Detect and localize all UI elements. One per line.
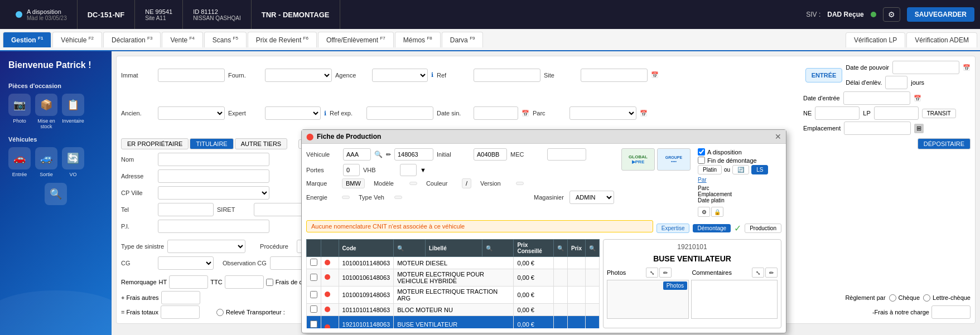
ne-form-input[interactable] (815, 106, 860, 120)
sidebar-item-sortie[interactable]: 🚙 Sortie (35, 147, 57, 177)
ref-input[interactable] (474, 69, 540, 82)
table-row[interactable]: 10100101148063 MOTEUR DIESEL 0,00 € (307, 257, 600, 269)
col-search-code[interactable]: 🔍 (394, 240, 426, 257)
immat-fiche-input[interactable] (394, 148, 433, 161)
col-search-libelle[interactable]: 🔍 (482, 240, 514, 257)
sidebar-item-mise-en-stock[interactable]: 📦 Mise enstock (35, 94, 57, 129)
table-row[interactable]: 10100109148063 MOTEUR ELECTRIQUE TRACTIO… (307, 287, 600, 304)
edit-comment-button[interactable]: ✏ (765, 268, 778, 278)
table-row[interactable]: 10100106148063 MOTEUR ELECTRIQUE POUR VE… (307, 269, 600, 287)
settings-button[interactable]: ⚙ (883, 7, 900, 22)
sidebar-item-vo[interactable]: 🔄 VO (62, 147, 84, 177)
fiche-close-button[interactable]: ✕ (775, 132, 781, 141)
sidebar-item-photo[interactable]: 📷 Photo (8, 94, 31, 129)
vhb-expand-icon[interactable]: ▼ (420, 167, 426, 173)
remorquage-ttc-input[interactable] (225, 275, 264, 289)
tab-prix-revient[interactable]: Prix de Revient F6 (248, 32, 317, 47)
depositaire-tab[interactable]: DÉPOSITAIRE (918, 138, 971, 149)
tab-vehicule[interactable]: Véhicule F2 (52, 32, 102, 47)
expertise-button[interactable]: Expertise (656, 224, 690, 233)
parc-select[interactable] (569, 106, 636, 120)
portes-input[interactable] (343, 164, 360, 176)
save-button[interactable]: SAUVEGARDER (907, 7, 974, 22)
frais-notre-charge-input[interactable] (931, 305, 971, 319)
calendar-icon-1[interactable]: 📅 (651, 71, 659, 79)
demontage-button[interactable]: Démontage (693, 224, 731, 232)
table-row-selected[interactable]: 19210101148063 BUSE VENTILATEUR 0,00 € (307, 316, 600, 329)
commentaires-area[interactable] (691, 280, 778, 319)
agence-info-icon[interactable]: ℹ (431, 71, 433, 79)
tab-offre-enlevement[interactable]: Offre/Enlèvement F7 (318, 32, 394, 47)
vhb-input[interactable] (400, 164, 417, 176)
sidebar-item-extra1[interactable]: 🔍 (8, 183, 103, 205)
mini-btn-1[interactable]: ⚙ (698, 207, 710, 217)
ancien-select[interactable] (158, 106, 225, 120)
type-sinistre-select[interactable] (167, 240, 245, 253)
refresh-button[interactable]: 🔄 (732, 165, 749, 174)
date-pouvoir-input[interactable] (892, 61, 959, 74)
tab-titulaire[interactable]: TITULAIRE (190, 138, 233, 149)
adresse-input[interactable] (158, 169, 269, 183)
lp-form-input[interactable] (874, 106, 919, 120)
expand-comment-button[interactable]: ⤡ (752, 268, 764, 278)
production-button[interactable]: Production (745, 224, 781, 233)
col-prix-search[interactable]: 🔍 (585, 240, 599, 257)
pi-input[interactable] (158, 220, 269, 233)
tab-memos[interactable]: Mémos F8 (395, 32, 441, 47)
nom-input[interactable] (158, 153, 269, 166)
frais-totaux-input[interactable] (161, 305, 200, 319)
date-sin-input[interactable] (474, 106, 518, 120)
tel-input[interactable] (158, 203, 214, 216)
sidebar-item-entree[interactable]: 🚗 Entrée (8, 147, 31, 177)
emplacement-input[interactable] (844, 122, 911, 135)
date-entree-input[interactable] (843, 91, 910, 105)
delai-enlev-input[interactable] (885, 76, 907, 89)
tab-darva[interactable]: Darva F9 (442, 32, 484, 47)
edit-icon[interactable]: ✏ (386, 151, 391, 158)
emplacement-icon[interactable]: ⊞ (914, 124, 924, 133)
initial-input[interactable] (474, 148, 507, 161)
calendar-icon-2[interactable]: 📅 (522, 110, 529, 117)
magasinier-select[interactable]: ADMIN (569, 191, 614, 204)
vehicule-input[interactable] (343, 148, 371, 161)
fin-demontage-check[interactable]: Fin de démontage (698, 157, 781, 164)
search-icon-1[interactable]: 🔍 (374, 150, 383, 158)
tab-declaration[interactable]: Déclaration F3 (103, 32, 161, 47)
cheque-radio[interactable]: Chèque (889, 294, 920, 302)
calendar-icon-dp[interactable]: 📅 (963, 64, 971, 71)
edit-photos-button[interactable]: ✏ (659, 268, 672, 278)
platin-button[interactable]: Platin (698, 165, 722, 174)
tab-er-proprietaire[interactable]: ER PROPRIÉTAIRE (121, 138, 189, 149)
tab-verification-adem[interactable]: Vérification ADEM (906, 32, 977, 47)
col-pc-search[interactable]: 🔍 (554, 240, 568, 257)
cp-ville-select[interactable] (158, 186, 269, 200)
photos-action-button[interactable]: Photos (663, 281, 687, 290)
par-link[interactable]: Par (698, 177, 781, 183)
tab-autre-tiers[interactable]: AUTRE TIERS (235, 138, 288, 149)
lettre-cheque-radio[interactable]: Lettre-chèque (923, 294, 971, 302)
site-input[interactable] (581, 69, 648, 82)
releve-transporteur-radio[interactable]: Relevé Transporteur : (216, 309, 285, 316)
calendar-icon-3[interactable]: 📅 (640, 110, 648, 117)
tab-vente[interactable]: Vente F4 (162, 32, 202, 47)
tab-gestion[interactable]: Gestion F1 (3, 32, 51, 47)
mini-btn-2[interactable]: 🔒 (711, 207, 723, 217)
table-row[interactable]: 10110101148063 BLOC MOTEUR NU 0,00 € (307, 304, 600, 316)
tab-scans[interactable]: Scans F5 (204, 32, 247, 47)
tab-verification-lp[interactable]: Vérification LP (846, 32, 905, 47)
a-disposition-check[interactable]: A disposition (698, 148, 781, 156)
calendar-icon-4[interactable]: 📅 (914, 95, 921, 102)
ref-exp-input[interactable] (366, 106, 433, 120)
fourn-select[interactable] (265, 69, 332, 82)
mec-input[interactable] (547, 148, 586, 161)
cg-select[interactable] (158, 256, 214, 270)
expert-select[interactable] (265, 106, 321, 120)
transit-button[interactable]: TRANSIT (922, 109, 956, 118)
agence-select[interactable] (372, 69, 428, 82)
expand-photos-button[interactable]: ⤡ (646, 268, 658, 278)
ls-button[interactable]: LS (751, 165, 768, 174)
expert-info-icon[interactable]: ℹ (324, 110, 326, 117)
sidebar-item-inventaire[interactable]: 📋 Inventaire (62, 94, 84, 129)
remorquage-ht-input[interactable] (169, 275, 208, 289)
frais-autres-ht-input[interactable] (161, 291, 200, 304)
